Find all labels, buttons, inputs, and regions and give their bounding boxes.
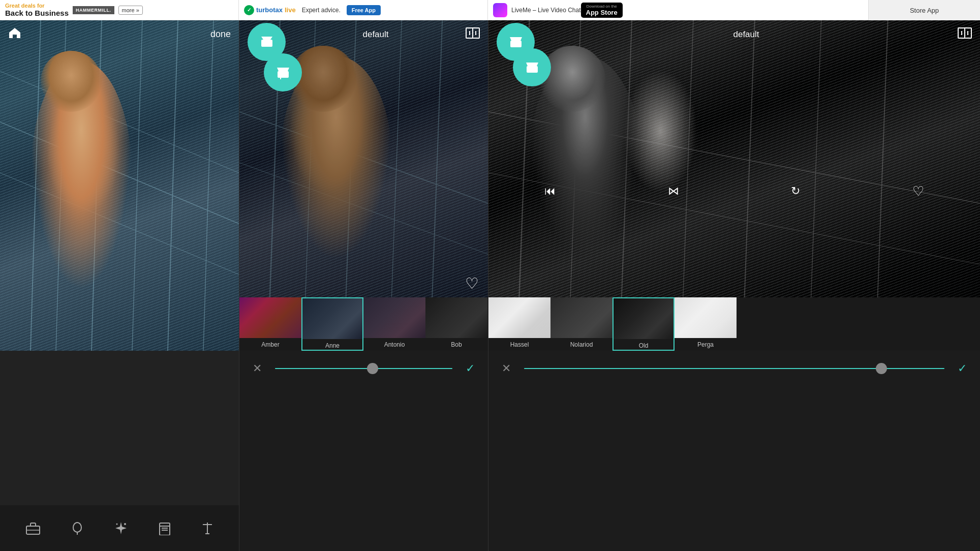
filter-bob-label: Bob bbox=[425, 338, 487, 351]
ad-expert-text: Expert advice. bbox=[302, 7, 341, 14]
left-photo bbox=[0, 20, 239, 351]
filter-perga[interactable]: Perga bbox=[675, 297, 737, 351]
right-split-button[interactable] bbox=[958, 27, 972, 41]
mid-confirm-button[interactable]: ✓ bbox=[463, 362, 478, 375]
right-filter-strip: Hassel Nolariod Old Perga bbox=[488, 297, 980, 351]
mid-header-title: default bbox=[362, 29, 388, 40]
svg-line-34 bbox=[391, 20, 402, 297]
svg-line-50 bbox=[745, 20, 755, 297]
filter-bob-preview bbox=[425, 297, 487, 338]
right-action-icons-strip: ⏮ ⋈ ↻ ♡ bbox=[488, 180, 980, 202]
hammermill-logo: HAMMERMILL. bbox=[73, 6, 114, 14]
sparkle-button[interactable] bbox=[114, 521, 128, 535]
right-cancel-button[interactable]: ✕ bbox=[499, 362, 514, 375]
right-eraser-float[interactable] bbox=[513, 48, 551, 86]
mid-split-button[interactable] bbox=[466, 27, 480, 41]
filter-amber-label: Amber bbox=[239, 338, 301, 351]
ad-main-text: Back to Business bbox=[5, 9, 69, 17]
filter-nolariod-label: Nolariod bbox=[550, 338, 612, 351]
left-photo-area bbox=[0, 20, 239, 351]
svg-marker-39 bbox=[510, 37, 522, 41]
ad-top-text: Great deals for bbox=[5, 3, 69, 9]
filter-antonio[interactable]: Antonio bbox=[363, 297, 425, 351]
svg-rect-38 bbox=[510, 41, 522, 47]
right-photo bbox=[488, 20, 980, 297]
right-slider-track[interactable] bbox=[524, 368, 944, 369]
filter-antonio-preview bbox=[363, 297, 425, 338]
free-app-button[interactable]: Free App bbox=[347, 5, 381, 15]
filter-hassel-preview bbox=[488, 297, 550, 338]
filter-perga-label: Perga bbox=[675, 338, 737, 351]
compare-button[interactable]: ⋈ bbox=[668, 185, 679, 198]
filter-bob[interactable]: Bob bbox=[425, 297, 487, 351]
mid-eraser-float[interactable] bbox=[264, 53, 302, 91]
svg-line-52 bbox=[878, 20, 888, 297]
right-heart-button[interactable]: ♡ bbox=[912, 183, 924, 199]
panels-container: done bbox=[0, 20, 980, 551]
filter-amber[interactable]: Amber bbox=[239, 297, 301, 351]
panel-left: done bbox=[0, 20, 239, 551]
app-store-label: App Store bbox=[586, 9, 618, 16]
filter-amber-preview bbox=[239, 297, 301, 338]
filter-old-label: Old bbox=[614, 339, 673, 351]
rotate-button[interactable]: ↻ bbox=[791, 185, 800, 198]
svg-line-49 bbox=[683, 20, 693, 297]
store-app-label: Store App bbox=[868, 0, 980, 20]
appstore-button[interactable]: Download on the App Store bbox=[581, 3, 623, 18]
filter-old[interactable]: Old bbox=[612, 297, 675, 351]
more-button[interactable]: more » bbox=[118, 6, 143, 15]
svg-rect-28 bbox=[278, 71, 289, 78]
right-photo-area: ⏮ ⋈ ↻ ♡ bbox=[488, 20, 980, 297]
ad-section-hammer: Great deals for Back to Business HAMMERM… bbox=[0, 0, 239, 20]
layers-button[interactable] bbox=[158, 521, 171, 535]
panel-right: default bbox=[488, 20, 980, 551]
text-button[interactable] bbox=[201, 521, 213, 535]
filter-anne[interactable]: Anne bbox=[301, 297, 363, 351]
filter-nolariod-preview bbox=[550, 297, 612, 338]
turbotax-logo: ✓ turbotax live bbox=[244, 5, 296, 15]
svg-line-5 bbox=[203, 20, 213, 351]
filter-nolariod[interactable]: Nolariod bbox=[550, 297, 612, 351]
right-confirm-button[interactable]: ✓ bbox=[955, 362, 970, 375]
svg-marker-45 bbox=[526, 63, 538, 66]
mid-panel-header: default bbox=[239, 20, 488, 48]
mid-cancel-button[interactable]: ✕ bbox=[250, 362, 265, 375]
filter-anne-preview bbox=[302, 298, 362, 339]
svg-point-14 bbox=[116, 524, 117, 525]
ad-section-turbotax: ✓ turbotax live Expert advice. Free App bbox=[239, 0, 488, 20]
panel-mid: default bbox=[239, 20, 488, 551]
filter-antonio-label: Antonio bbox=[363, 338, 425, 351]
turbotax-live: live bbox=[285, 6, 296, 14]
svg-rect-22 bbox=[261, 40, 272, 47]
toolbox-button[interactable] bbox=[25, 521, 41, 535]
skip-back-button[interactable]: ⏮ bbox=[544, 185, 556, 198]
filter-hassel[interactable]: Hassel bbox=[488, 297, 550, 351]
brush-button[interactable] bbox=[71, 521, 84, 535]
liveme-text: LiveMe – Live Video Chat bbox=[511, 7, 581, 14]
mid-heart-button[interactable]: ♡ bbox=[465, 274, 479, 292]
right-slider-thumb[interactable] bbox=[876, 363, 887, 374]
filter-perga-preview bbox=[675, 297, 737, 338]
ad-back-to-business: Great deals for Back to Business bbox=[5, 3, 69, 17]
svg-line-4 bbox=[168, 20, 178, 351]
svg-line-35 bbox=[432, 20, 442, 297]
download-on: Download on the bbox=[587, 4, 617, 9]
filter-hassel-label: Hassel bbox=[488, 338, 550, 351]
right-panel-header: default bbox=[488, 20, 980, 48]
svg-point-13 bbox=[124, 523, 126, 525]
right-header-title: default bbox=[733, 29, 759, 40]
mid-filter-strip: Amber Anne Antonio Bob bbox=[239, 297, 488, 351]
mid-slider-track[interactable] bbox=[275, 368, 452, 369]
turbotax-brand: turbotax bbox=[256, 6, 283, 14]
svg-marker-29 bbox=[277, 68, 289, 71]
liveme-logo-icon bbox=[493, 3, 507, 17]
svg-rect-15 bbox=[160, 523, 170, 535]
svg-line-51 bbox=[811, 20, 821, 297]
done-button[interactable]: done bbox=[210, 29, 231, 40]
home-button[interactable] bbox=[8, 27, 21, 42]
right-slider-bar: ✕ ✓ bbox=[488, 351, 980, 386]
mid-slider-bar: ✕ ✓ bbox=[239, 351, 488, 386]
mid-slider-thumb[interactable] bbox=[367, 363, 378, 374]
ad-banner: Great deals for Back to Business HAMMERM… bbox=[0, 0, 980, 20]
svg-marker-23 bbox=[261, 37, 272, 40]
